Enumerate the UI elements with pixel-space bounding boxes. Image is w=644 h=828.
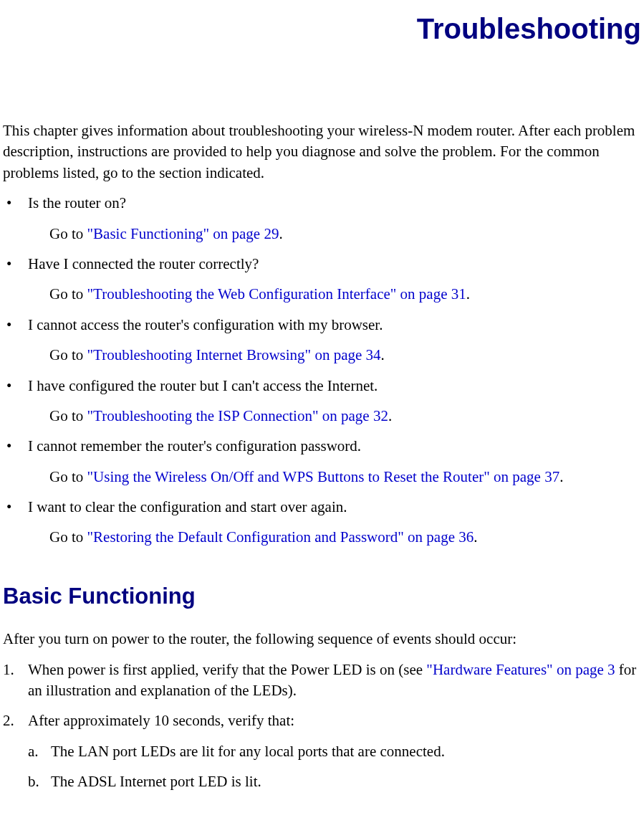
goto-link[interactable]: "Troubleshooting the ISP Connection" on …	[87, 407, 388, 424]
step-link[interactable]: "Hardware Features" on page 3	[426, 661, 615, 678]
alpha-step: The ADSL Internet port LED is lit.	[28, 771, 641, 792]
period: .	[388, 407, 392, 424]
goto-line: Go to "Troubleshooting the Web Configura…	[3, 284, 641, 305]
goto-prefix: Go to	[49, 346, 87, 363]
bullet-item: I want to clear the configuration and st…	[3, 497, 641, 518]
intro-paragraph: This chapter gives information about tro…	[3, 120, 641, 184]
bullet-item: I cannot access the router's configurati…	[3, 315, 641, 336]
period: .	[466, 285, 470, 303]
alpha-step: The LAN port LEDs are lit for any local …	[28, 741, 641, 762]
period: .	[381, 346, 385, 363]
goto-line: Go to "Troubleshooting Internet Browsing…	[3, 345, 641, 366]
bullet-item: I have configured the router but I can't…	[3, 376, 641, 396]
period: .	[474, 528, 477, 546]
bullet-question: Have I connected the router correctly?	[28, 255, 259, 272]
section-title: Basic Functioning	[3, 581, 641, 612]
step-text-a: When power is first applied, verify that…	[28, 661, 426, 678]
goto-prefix: Go to	[49, 285, 87, 303]
bullet-item: I cannot remember the router's configura…	[3, 436, 641, 457]
goto-link[interactable]: "Basic Functioning" on page 29	[87, 225, 279, 242]
goto-line: Go to "Basic Functioning" on page 29.	[3, 224, 641, 244]
bullet-question: I have configured the router but I can't…	[28, 377, 378, 394]
bullet-item: Is the router on?	[3, 193, 641, 214]
goto-link[interactable]: "Troubleshooting the Web Configuration I…	[87, 285, 466, 303]
goto-prefix: Go to	[49, 407, 87, 424]
bullet-question: I cannot remember the router's configura…	[28, 437, 361, 455]
goto-prefix: Go to	[49, 225, 87, 242]
goto-prefix: Go to	[49, 528, 87, 546]
goto-line: Go to "Restoring the Default Configurati…	[3, 527, 641, 548]
goto-line: Go to "Using the Wireless On/Off and WPS…	[3, 467, 641, 487]
period: .	[559, 468, 563, 485]
bullet-question: I want to clear the configuration and st…	[28, 498, 347, 515]
bullet-item: Have I connected the router correctly?	[3, 254, 641, 275]
numbered-step: After approximately 10 seconds, verify t…	[3, 710, 641, 792]
period: .	[279, 225, 282, 242]
goto-link[interactable]: "Using the Wireless On/Off and WPS Butto…	[87, 468, 560, 485]
section-intro: After you turn on power to the router, t…	[3, 629, 641, 649]
goto-link[interactable]: "Troubleshooting Internet Browsing" on p…	[87, 346, 381, 363]
step-text: After approximately 10 seconds, verify t…	[28, 712, 294, 729]
bullet-question: Is the router on?	[28, 194, 126, 211]
numbered-step: When power is first applied, verify that…	[3, 660, 641, 702]
goto-line: Go to "Troubleshooting the ISP Connectio…	[3, 406, 641, 427]
bullet-question: I cannot access the router's configurati…	[28, 316, 383, 333]
goto-link[interactable]: "Restoring the Default Configuration and…	[87, 528, 474, 546]
chapter-title: Troubleshooting	[3, 9, 641, 49]
goto-prefix: Go to	[49, 468, 87, 485]
